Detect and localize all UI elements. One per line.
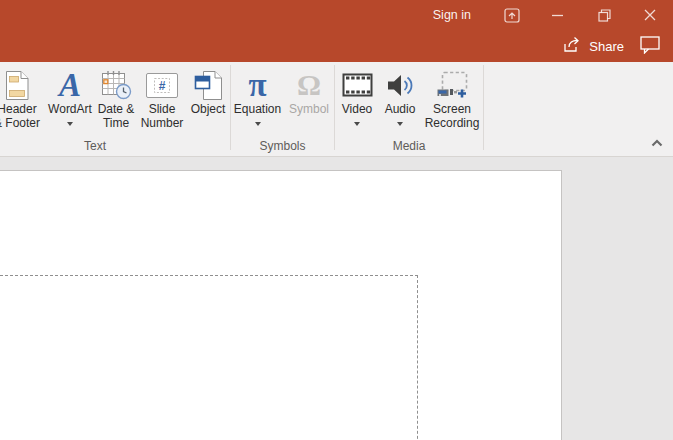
minimize-button[interactable] — [535, 0, 581, 30]
date-time-icon — [101, 67, 132, 103]
video-icon — [342, 67, 373, 103]
maximize-restore-button[interactable] — [581, 0, 627, 30]
button-label: Audio — [385, 102, 416, 116]
group-label-text: Text — [0, 138, 210, 156]
equation-button[interactable]: π Equation — [231, 62, 284, 138]
collapse-ribbon-button[interactable] — [649, 133, 665, 152]
equation-icon: π — [248, 67, 266, 103]
ribbon-display-options-icon — [504, 8, 520, 23]
ribbon-group-symbols: π Equation Ω Symbol Symbols — [231, 62, 334, 156]
button-label: Date & — [98, 102, 135, 116]
date-time-button[interactable]: Date & Time — [94, 62, 138, 138]
chevron-up-icon — [651, 135, 663, 150]
audio-button[interactable]: Audio — [379, 62, 421, 138]
ribbon-tab-row: Share — [0, 30, 673, 62]
symbol-button: Ω Symbol — [284, 62, 334, 138]
object-icon — [194, 67, 223, 103]
dropdown-arrow-icon — [67, 122, 73, 126]
header-footer-icon — [5, 67, 30, 103]
button-label: Recording — [425, 116, 480, 130]
group-divider — [483, 65, 484, 150]
button-label: Video — [342, 102, 372, 116]
comment-icon — [640, 36, 661, 57]
screen-recording-button[interactable]: Screen Recording — [421, 62, 483, 138]
button-label: Slide — [149, 102, 176, 116]
button-label: Symbol — [289, 102, 329, 116]
button-label: Screen — [433, 102, 471, 116]
button-label: WordArt — [48, 102, 92, 116]
button-label: Header — [0, 102, 37, 116]
ribbon-group-text: Header & Footer A WordArt — [0, 62, 230, 156]
wordart-icon: A — [59, 67, 81, 103]
slide-workspace[interactable]: Click to add title — [0, 158, 673, 440]
group-label-symbols: Symbols — [231, 138, 334, 156]
ribbon-group-media: Video Audio — [335, 62, 483, 156]
comments-button[interactable] — [640, 36, 661, 57]
object-button[interactable]: Object — [186, 62, 230, 138]
close-button[interactable] — [627, 0, 673, 30]
slide-number-button[interactable]: # Slide Number — [138, 62, 186, 138]
restore-icon — [598, 9, 611, 22]
svg-text:#: # — [159, 78, 166, 92]
powerpoint-window: Sign in — [0, 0, 673, 440]
slide-number-icon: # — [145, 67, 179, 103]
audio-icon — [386, 67, 414, 103]
dropdown-arrow-icon — [354, 122, 360, 126]
ribbon-display-options-button[interactable] — [489, 0, 535, 30]
wordart-button[interactable]: A WordArt — [46, 62, 94, 138]
close-icon — [644, 9, 656, 21]
share-icon — [563, 36, 583, 56]
minimize-icon — [552, 14, 564, 17]
header-footer-button[interactable]: Header & Footer — [0, 62, 46, 138]
title-placeholder[interactable]: Click to add title — [0, 275, 418, 440]
screen-recording-icon — [436, 67, 469, 103]
button-label: Time — [103, 116, 129, 130]
slide-canvas[interactable]: Click to add title — [0, 170, 562, 440]
sign-in-button[interactable]: Sign in — [433, 8, 471, 22]
titlebar: Sign in — [0, 0, 673, 30]
share-label: Share — [589, 39, 624, 54]
button-label: Number — [141, 116, 184, 130]
dropdown-arrow-icon — [397, 122, 403, 126]
share-button[interactable]: Share — [563, 36, 624, 56]
ribbon-insert-panel: Header & Footer A WordArt — [0, 62, 673, 157]
button-label: Object — [191, 102, 226, 116]
button-label: Equation — [234, 102, 281, 116]
button-label: & Footer — [0, 116, 40, 130]
video-button[interactable]: Video — [335, 62, 379, 138]
symbol-icon: Ω — [297, 67, 321, 103]
group-label-media: Media — [335, 138, 483, 156]
dropdown-arrow-icon — [255, 122, 261, 126]
